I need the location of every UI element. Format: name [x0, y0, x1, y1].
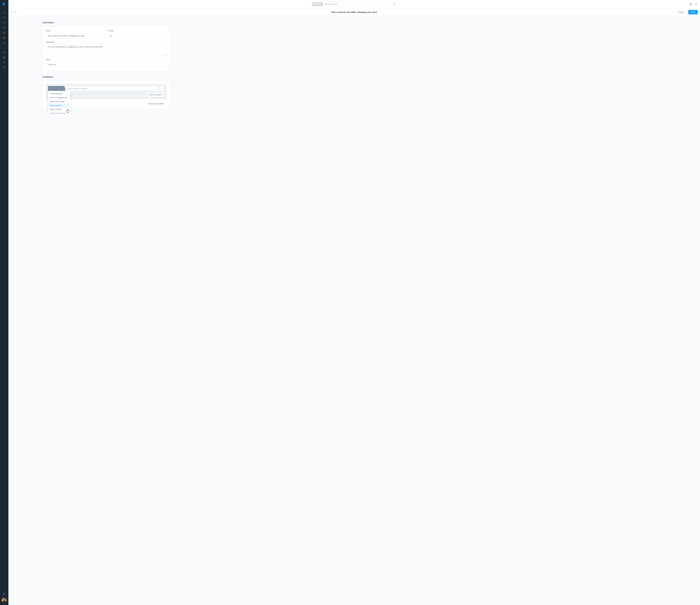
dropdown-item[interactable]: Shopping cart value [49, 111, 70, 114]
priority-step-up[interactable] [163, 34, 166, 36]
description-label: Description [46, 41, 166, 43]
dropdown-item[interactable]: Items total price [49, 92, 70, 96]
chevron-down-icon [155, 88, 157, 90]
dropdown-item[interactable]: Sales channel [49, 107, 70, 111]
dropdown-item[interactable]: New customer [49, 103, 70, 107]
svg-point-4 [4, 27, 5, 28]
nav-mic[interactable] [0, 65, 8, 70]
nav-content[interactable] [0, 30, 8, 35]
sidebar [0, 0, 8, 114]
page-settings-icon[interactable] [14, 11, 17, 14]
condition-row: Please select a condition... Items total… [48, 86, 165, 91]
main-content: Information Name Priority [8, 16, 204, 114]
condition-placeholder: Please select a condition... [67, 88, 89, 90]
nav-dashboard[interactable] [0, 10, 8, 15]
dropdown-item[interactable]: Items with number [49, 100, 70, 103]
priority-step-down[interactable] [163, 36, 166, 38]
section-title-conditions: Conditions [43, 76, 170, 78]
nav-shop[interactable] [0, 55, 8, 60]
nav-settings[interactable] [0, 40, 8, 45]
name-input[interactable] [46, 33, 104, 38]
conditions-card: Please select a condition... Items total… [43, 80, 170, 109]
svg-rect-2 [4, 18, 5, 19]
remove-container-button[interactable]: Remove container [147, 93, 165, 97]
information-card: Name Priority Description [43, 26, 170, 71]
svg-point-17 [162, 88, 163, 89]
name-label: Name [46, 30, 104, 32]
condition-context-menu[interactable] [159, 86, 165, 91]
condition-type-select[interactable]: Please select a condition... [63, 86, 158, 91]
svg-point-3 [4, 27, 4, 28]
logic-arrow-shape [63, 86, 65, 91]
svg-point-8 [4, 43, 5, 43]
dropdown-item[interactable]: Items in shopping cart [49, 96, 70, 100]
type-tag[interactable]: Price rule [47, 63, 57, 66]
svg-point-14 [15, 11, 16, 12]
nav-marketing[interactable] [0, 35, 8, 40]
remove-all-conditions-button[interactable]: Remove all conditions [146, 102, 167, 106]
chevron-down-icon [60, 88, 61, 90]
nav-catalogues[interactable] [0, 15, 8, 20]
back-button[interactable] [10, 11, 13, 14]
svg-rect-1 [3, 17, 4, 18]
condition-block: Please select a condition... Items total… [46, 84, 167, 99]
nav-customers[interactable] [0, 25, 8, 30]
header: Settings [8, 0, 204, 8]
type-label: Type [46, 58, 166, 60]
section-title-information: Information [43, 21, 170, 24]
page-title: New customer and 1000+ shopping cart val… [8, 11, 204, 13]
condition-dropdown: Items total price Items in shopping cart… [48, 91, 71, 114]
type-input[interactable]: Price rule [46, 62, 166, 67]
nav-orders[interactable] [0, 20, 8, 25]
logic-operator-select[interactable] [48, 86, 63, 91]
nav-basket[interactable] [0, 60, 8, 65]
description-input[interactable] [46, 45, 166, 56]
dropdown-scrollbar[interactable] [70, 92, 71, 99]
smartbar: New customer and 1000+ shopping cart val… [8, 8, 204, 16]
logo[interactable] [0, 0, 8, 8]
priority-input[interactable] [108, 33, 166, 38]
nav-add[interactable] [0, 50, 8, 55]
priority-label: Priority [108, 30, 166, 32]
svg-point-15 [161, 88, 161, 89]
svg-rect-10 [4, 67, 5, 68]
svg-point-16 [162, 88, 162, 89]
svg-rect-5 [3, 32, 5, 32]
